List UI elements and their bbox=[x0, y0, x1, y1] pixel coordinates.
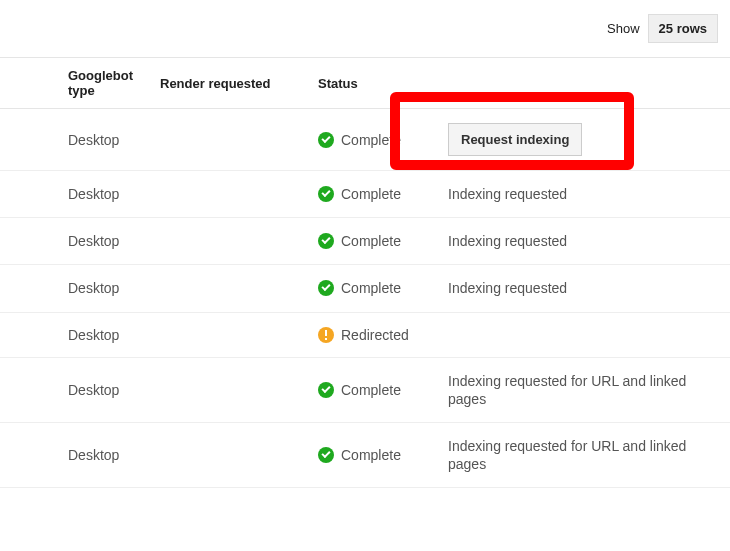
check-icon bbox=[318, 233, 334, 249]
cell-googlebot-type: Desktop bbox=[0, 422, 160, 487]
cell-render-requested bbox=[160, 218, 318, 265]
rows-select[interactable]: 25 rows bbox=[648, 14, 718, 43]
table-row: DesktopCompleteIndexing requested bbox=[0, 171, 730, 218]
status-text: Complete bbox=[341, 233, 401, 249]
check-icon bbox=[318, 382, 334, 398]
action-status-text: Indexing requested bbox=[448, 233, 567, 249]
cell-status: Complete bbox=[318, 357, 448, 422]
check-icon bbox=[318, 186, 334, 202]
page-root: Show 25 rows Googlebot type Render reque… bbox=[0, 0, 730, 488]
cell-render-requested bbox=[160, 357, 318, 422]
header-googlebot-type: Googlebot type bbox=[0, 58, 160, 109]
cell-render-requested bbox=[160, 171, 318, 218]
table-header-row: Googlebot type Render requested Status bbox=[0, 58, 730, 109]
status-text: Complete bbox=[341, 186, 401, 202]
cell-status: Redirected bbox=[318, 312, 448, 357]
cell-render-requested bbox=[160, 265, 318, 312]
header-action bbox=[448, 58, 730, 109]
request-indexing-button[interactable]: Request indexing bbox=[448, 123, 582, 156]
cell-googlebot-type: Desktop bbox=[0, 109, 160, 171]
status-text: Redirected bbox=[341, 327, 409, 343]
check-icon bbox=[318, 132, 334, 148]
cell-status: Complete bbox=[318, 422, 448, 487]
status-text: Complete bbox=[341, 447, 401, 463]
topbar: Show 25 rows bbox=[0, 0, 730, 57]
status-text: Complete bbox=[341, 132, 401, 148]
table-row: DesktopCompleteIndexing requested bbox=[0, 218, 730, 265]
cell-googlebot-type: Desktop bbox=[0, 357, 160, 422]
cell-googlebot-type: Desktop bbox=[0, 265, 160, 312]
table-row: DesktopCompleteIndexing requested for UR… bbox=[0, 422, 730, 487]
table-row: DesktopCompleteIndexing requested for UR… bbox=[0, 357, 730, 422]
status-text: Complete bbox=[341, 280, 401, 296]
table-row: DesktopCompleteIndexing requested bbox=[0, 265, 730, 312]
cell-action: Indexing requested bbox=[448, 265, 730, 312]
status-text: Complete bbox=[341, 382, 401, 398]
action-status-text: Indexing requested for URL and linked pa… bbox=[448, 373, 686, 407]
check-icon bbox=[318, 280, 334, 296]
cell-render-requested bbox=[160, 312, 318, 357]
cell-action: Indexing requested bbox=[448, 218, 730, 265]
check-icon bbox=[318, 447, 334, 463]
cell-status: Complete bbox=[318, 171, 448, 218]
cell-action: Indexing requested for URL and linked pa… bbox=[448, 357, 730, 422]
header-status: Status bbox=[318, 58, 448, 109]
warning-icon bbox=[318, 327, 334, 343]
table-row: DesktopRedirected bbox=[0, 312, 730, 357]
cell-action: Indexing requested for URL and linked pa… bbox=[448, 422, 730, 487]
cell-render-requested bbox=[160, 422, 318, 487]
cell-action bbox=[448, 312, 730, 357]
cell-googlebot-type: Desktop bbox=[0, 171, 160, 218]
cell-googlebot-type: Desktop bbox=[0, 218, 160, 265]
cell-action: Indexing requested bbox=[448, 171, 730, 218]
cell-googlebot-type: Desktop bbox=[0, 312, 160, 357]
crawl-table: Googlebot type Render requested Status D… bbox=[0, 57, 730, 488]
table-row: DesktopCompleteRequest indexing bbox=[0, 109, 730, 171]
cell-status: Complete bbox=[318, 109, 448, 171]
action-status-text: Indexing requested bbox=[448, 186, 567, 202]
action-status-text: Indexing requested bbox=[448, 280, 567, 296]
cell-action: Request indexing bbox=[448, 109, 730, 171]
cell-status: Complete bbox=[318, 218, 448, 265]
header-render-requested: Render requested bbox=[160, 58, 318, 109]
action-status-text: Indexing requested for URL and linked pa… bbox=[448, 438, 686, 472]
cell-render-requested bbox=[160, 109, 318, 171]
show-label: Show bbox=[607, 21, 640, 36]
cell-status: Complete bbox=[318, 265, 448, 312]
